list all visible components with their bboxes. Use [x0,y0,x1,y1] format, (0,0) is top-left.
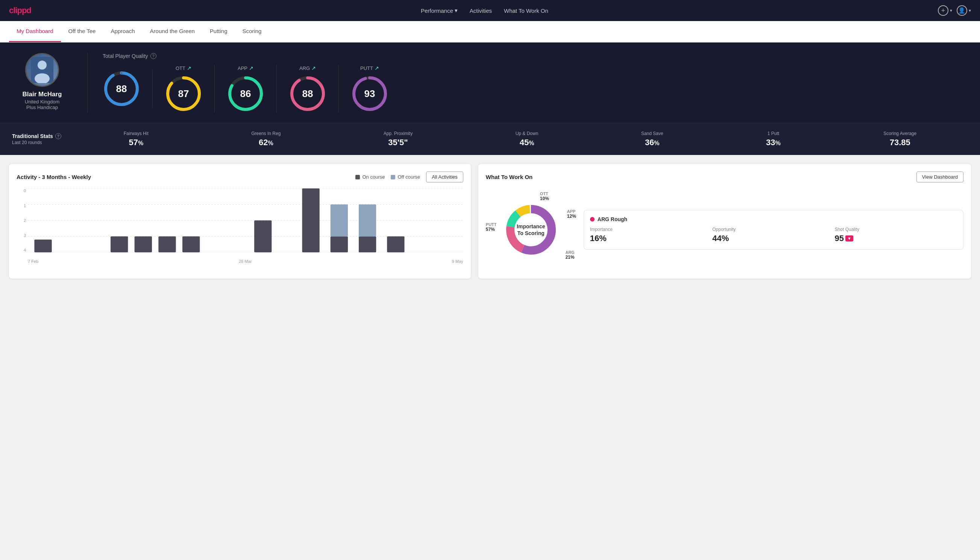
player-handicap: Plus Handicap [26,105,58,110]
stats-label-main: Traditional Stats ? [12,133,72,139]
tab-approach[interactable]: Approach [103,21,142,42]
svg-rect-19 [34,240,52,252]
app-arrow-icon: ↗ [249,65,253,71]
ott-arrow-icon: ↗ [187,65,191,71]
putt-donut-label: PUTT 57% [486,222,497,232]
stats-items: Fairways Hit 57% Greens In Reg 62% App. … [72,131,968,147]
stat-proximity: App. Proximity 35'5" [384,131,413,147]
info-shot-quality: Shot Quality 95 ▼ [835,227,957,243]
arg-rough-info-card: ARG Rough Importance 16% Opportunity 44%… [584,210,963,250]
info-importance: Importance 16% [590,227,712,243]
putt-label: PUTT ↗ [360,65,379,71]
what-to-work-on-card: What To Work On View Dashboard [478,164,971,279]
tab-off-the-tee[interactable]: Off the Tee [61,21,103,42]
stats-bar: Traditional Stats ? Last 20 rounds Fairw… [0,123,980,155]
tabs-bar: My Dashboard Off the Tee Approach Around… [0,21,980,42]
nav-performance[interactable]: Performance ▾ [421,7,458,14]
logo: clippd [9,6,31,15]
info-card-title: ARG Rough [590,216,957,222]
tab-around-the-green[interactable]: Around the Green [143,21,202,42]
stats-period: Last 20 rounds [12,140,72,145]
wtwo-inner: Importance To Scoring OTT 10% APP 12% AR… [486,188,963,271]
ott-label: OTT ↗ [176,65,191,71]
player-name: Blair McHarg [23,91,62,98]
chevron-down-icon: ▾ [969,8,971,13]
hero-section: Blair McHarg United Kingdom Plus Handica… [0,42,980,123]
legend-off-course: Off course [391,174,420,180]
scores-row: 88 OTT ↗ 87 [103,65,968,112]
arg-arrow-icon: ↗ [311,65,316,71]
quality-section: Total Player Quality ? 88 [103,53,968,112]
main-gauge: 88 [103,70,140,108]
tab-my-dashboard[interactable]: My Dashboard [9,21,61,42]
activity-legend: On course Off course [355,174,420,180]
stats-help-icon[interactable]: ? [55,133,61,139]
avatar [25,53,59,87]
donut-container: Importance To Scoring OTT 10% APP 12% AR… [486,188,576,271]
svg-rect-25 [302,188,319,252]
y-axis: 4 3 2 1 0 [17,188,26,252]
main-score-value: 88 [116,83,127,95]
arg-score-value: 88 [302,88,313,100]
nav-what-to-work-on[interactable]: What To Work On [504,8,548,14]
add-button[interactable]: + ▾ [938,5,952,16]
svg-rect-21 [135,237,152,253]
top-nav: clippd Performance ▾ Activities What To … [0,0,980,21]
player-country: United Kingdom [25,99,60,105]
svg-rect-23 [182,237,200,253]
tab-scoring[interactable]: Scoring [235,21,269,42]
arg-donut-label: ARG 21% [565,250,574,260]
user-menu-button[interactable]: 👤 ▾ [957,5,971,16]
svg-rect-29 [359,205,376,237]
svg-rect-24 [254,220,271,252]
info-metrics: Importance 16% Opportunity 44% Shot Qual… [590,227,957,243]
all-activities-button[interactable]: All Activities [426,172,463,182]
bar-chart-area: 4 3 2 1 0 [17,188,463,263]
donut-area: Importance To Scoring OTT 10% APP 12% AR… [486,188,576,271]
chevron-down-icon: ▾ [950,8,952,13]
ott-score-value: 87 [178,88,189,100]
arg-gauge: 88 [289,75,326,112]
stats-label: Traditional Stats ? Last 20 rounds [12,133,72,145]
stat-fairways: Fairways Hit 57% [124,131,148,147]
chevron-down-icon: ▾ [455,7,458,14]
nav-links: Performance ▾ Activities What To Work On [421,7,548,14]
off-course-dot [391,175,395,179]
app-score-block: APP ↗ 86 [215,65,277,112]
nav-activities[interactable]: Activities [470,8,492,14]
stat-oneputt: 1 Putt 33% [766,131,781,147]
legend-on-course: On course [355,174,385,180]
main-content: Activity - 3 Months - Weekly On course O… [0,155,980,288]
info-opportunity: Opportunity 44% [712,227,834,243]
putt-score-block: PUTT ↗ 93 [339,65,401,112]
stat-sand: Sand Save 36% [641,131,663,147]
ott-score-block: OTT ↗ 87 [153,65,215,112]
main-score-block: 88 [103,70,153,108]
help-icon[interactable]: ? [150,53,156,59]
activity-card-header: Activity - 3 Months - Weekly On course O… [17,172,463,182]
putt-score-value: 93 [364,88,375,100]
svg-rect-28 [359,237,376,253]
activity-title: Activity - 3 Months - Weekly [17,174,91,180]
putt-arrow-icon: ↗ [374,65,379,71]
tab-putting[interactable]: Putting [202,21,235,42]
svg-rect-20 [111,237,128,253]
ott-gauge: 87 [165,75,202,112]
app-gauge: 86 [227,75,265,112]
app-score-value: 86 [240,88,251,100]
wtwo-header: What To Work On View Dashboard [486,172,963,182]
svg-rect-26 [331,237,348,253]
stat-gir: Greens In Reg 62% [251,131,281,147]
player-info: Blair McHarg United Kingdom Plus Handica… [12,53,72,110]
ott-donut-label: OTT 10% [540,192,549,201]
activity-card: Activity - 3 Months - Weekly On course O… [9,164,471,279]
wtwo-title: What To Work On [486,174,532,180]
donut-center-label: Importance To Scoring [517,223,545,237]
arg-rough-dot [590,217,594,222]
stat-scoring-avg: Scoring Average 73.85 [883,131,917,147]
app-label: APP ↗ [238,65,253,71]
view-dashboard-button[interactable]: View Dashboard [917,172,963,182]
vertical-divider [87,53,88,112]
quality-label: Total Player Quality ? [103,53,968,59]
svg-rect-30 [387,237,404,253]
